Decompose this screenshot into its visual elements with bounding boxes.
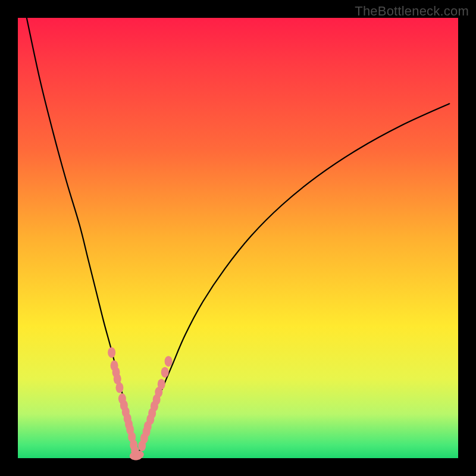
bead-group [108, 347, 172, 460]
bead [158, 379, 165, 390]
bead [165, 356, 173, 367]
plot-area [18, 18, 458, 458]
chart-svg [18, 18, 458, 458]
bead [135, 451, 144, 459]
curve-right [136, 104, 449, 456]
bead [161, 367, 169, 378]
bead [115, 383, 123, 393]
watermark-text: TheBottleneck.com [355, 4, 469, 19]
chart-frame: TheBottleneck.com [0, 0, 476, 476]
bead [108, 347, 115, 358]
